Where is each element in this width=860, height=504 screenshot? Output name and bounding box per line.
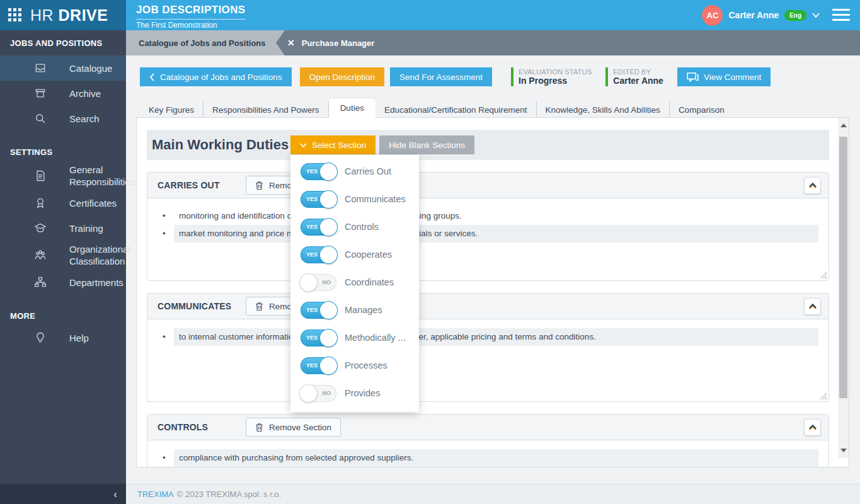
duty-item: • to internal customer information about… — [158, 328, 818, 346]
dropdown-item-carries-out[interactable]: YES Carries Out — [290, 158, 419, 185]
page-subtitle: The First Demonstration — [136, 21, 246, 30]
archive-icon — [34, 87, 47, 100]
hamburger-menu-icon[interactable] — [832, 9, 850, 21]
dropdown-item-coordinates[interactable]: NO Coordinates — [290, 268, 419, 296]
toggle-on[interactable]: YES — [301, 246, 336, 263]
avatar[interactable]: AC — [702, 5, 723, 26]
collapse-section-button[interactable] — [804, 419, 821, 436]
edited-by: EDITED BY Carter Anne — [605, 67, 663, 86]
evaluation-status: EVALUATION STATUS In Progress — [511, 67, 592, 86]
toggle-knob — [299, 384, 318, 403]
tab-comparison[interactable]: Comparison — [670, 101, 733, 118]
toggle-knob — [319, 329, 338, 347]
scroll-down-arrow-icon[interactable] — [840, 449, 847, 452]
user-name: Carter Anne — [728, 10, 779, 20]
sidebar-item-catalogue[interactable]: Catalogue — [0, 55, 126, 81]
sidebar-item-search[interactable]: Search — [0, 106, 126, 131]
chevron-down-icon[interactable] — [812, 11, 820, 19]
lightbulb-icon — [34, 331, 47, 344]
dropdown-item-manages[interactable]: YES Manages — [290, 296, 419, 324]
sidebar-item-archive[interactable]: Archive — [0, 81, 126, 106]
toggle-on[interactable]: YES — [301, 219, 336, 236]
evaluation-status-label: EVALUATION STATUS — [519, 68, 592, 76]
remove-section-button[interactable]: Remove Section — [246, 418, 341, 437]
toggle-off[interactable]: NO — [301, 385, 336, 402]
tab-key-figures[interactable]: Key Figures — [140, 101, 204, 118]
sidebar-item-help[interactable]: Help — [0, 325, 126, 350]
toggle-on[interactable]: YES — [301, 329, 336, 346]
user-menu[interactable]: AC Carter Anne Eng — [702, 0, 820, 30]
status-bar-green — [511, 67, 513, 86]
toggle-on[interactable]: YES — [301, 302, 336, 319]
dropdown-item-provides[interactable]: NO Provides — [290, 379, 419, 407]
bullet-dot: • — [158, 207, 174, 225]
toggle-on[interactable]: YES — [301, 163, 336, 180]
trash-icon — [255, 181, 263, 190]
toggle-on[interactable]: YES — [301, 191, 336, 208]
sidebar-item-general-responsibilities[interactable]: General Responsibilities — [0, 161, 126, 190]
tab-duties[interactable]: Duties — [329, 98, 376, 118]
bullet-dot: • — [158, 328, 174, 346]
module-title: JOB DESCRIPTIONS The First Demonstration — [136, 4, 246, 30]
edited-by-label: EDITED BY — [613, 68, 663, 76]
active-tab-label: Purchase Manager — [302, 38, 375, 48]
toggle-knob — [319, 218, 338, 236]
scroll-up-arrow-icon[interactable] — [840, 123, 847, 127]
dropdown-item-processes[interactable]: YES Processes — [290, 352, 419, 379]
toggle-knob — [299, 273, 318, 292]
workspace-tab-purchase-manager[interactable]: ✕ Purchase Manager — [287, 30, 374, 55]
chevron-down-icon — [300, 143, 307, 147]
dropdown-item-cooperates[interactable]: YES Cooperates — [290, 241, 419, 268]
vertical-scrollbar[interactable] — [838, 118, 849, 458]
duties-content-card: Main Working Duties Select Section Hide … — [136, 117, 849, 467]
tab-knowledge-skills-and-abilities[interactable]: Knowledge, Skills And Abilities — [537, 101, 670, 118]
app-grid-icon[interactable] — [8, 8, 22, 22]
panel-title: COMMUNICATES — [158, 301, 246, 311]
collapse-section-button[interactable] — [804, 177, 821, 194]
panel-body[interactable]: • to internal customer information about… — [147, 319, 828, 346]
open-description-button[interactable]: Open Description — [300, 67, 384, 86]
top-header: HR DRIVE JOB DESCRIPTIONS The First Demo… — [0, 0, 860, 30]
trexima-link[interactable]: TREXIMA — [137, 490, 174, 499]
panel-body[interactable]: • compliance with purchasing from select… — [147, 440, 828, 467]
catalogue-icon — [34, 62, 47, 74]
resize-handle[interactable] — [820, 272, 827, 278]
select-section-dropdown: YES Carries Out YES Communicates YES Con… — [290, 155, 419, 412]
sidebar: JOBS AND POSITIONS Catalogue Archive Sea… — [0, 30, 126, 484]
collapse-section-button[interactable] — [804, 298, 821, 315]
app-logo[interactable]: HR DRIVE — [0, 0, 126, 30]
language-badge[interactable]: Eng — [784, 10, 806, 21]
hide-blank-sections-button[interactable]: Hide Blank Sections — [379, 135, 474, 154]
sidebar-footer: ‹ — [0, 484, 126, 504]
toggle-on[interactable]: YES — [301, 357, 336, 374]
tab-educational-certification-requirement[interactable]: Educational/Certification Requirement — [376, 101, 537, 118]
toggle-off[interactable]: NO — [301, 274, 336, 291]
sidebar-collapse-icon[interactable]: ‹ — [113, 489, 117, 500]
dropdown-item-methodically[interactable]: YES Methodically ... — [290, 324, 419, 352]
send-for-assessment-button[interactable]: Send For Assessment — [390, 67, 492, 86]
select-section-button[interactable]: Select Section — [290, 135, 376, 154]
dropdown-item-controls[interactable]: YES Controls — [290, 213, 419, 241]
comment-bubble-icon — [687, 72, 699, 82]
panel-body[interactable]: • monitoring and identification of new s… — [147, 198, 828, 243]
bullet-dot: • — [158, 225, 174, 243]
sidebar-group-jobs-and-positions: JOBS AND POSITIONS — [0, 30, 126, 55]
section-panel-communicates: COMMUNICATES Remove Section • to interna… — [147, 293, 829, 402]
sidebar-item-training[interactable]: Training — [0, 215, 126, 241]
dropdown-item-communicates[interactable]: YES Communicates — [290, 185, 419, 213]
toggle-knob — [319, 163, 338, 181]
org-chart-icon — [34, 276, 47, 289]
close-tab-icon[interactable]: ✕ — [287, 38, 295, 48]
scrollbar-thumb[interactable] — [839, 137, 847, 398]
workspace-tab-catalogue[interactable]: Catalogue of Jobs and Positions — [126, 30, 285, 55]
view-comment-button[interactable]: View Comment — [677, 67, 771, 86]
back-to-catalogue-button[interactable]: Catalogue of Jobs and Positions — [140, 67, 292, 86]
resize-handle[interactable] — [820, 392, 827, 399]
panel-header: CONTROLS Remove Section — [147, 415, 828, 440]
sidebar-group-settings: SETTINGS — [0, 142, 126, 161]
sidebar-item-certificates[interactable]: Certificates — [0, 190, 126, 215]
page-title: JOB DESCRIPTIONS — [136, 4, 246, 20]
sidebar-item-organizational-classification[interactable]: Organizational Classification — [0, 241, 126, 270]
tab-responsibilities-and-powers[interactable]: Responsibilities And Powers — [204, 101, 329, 118]
sidebar-item-departments[interactable]: Departments — [0, 270, 126, 295]
